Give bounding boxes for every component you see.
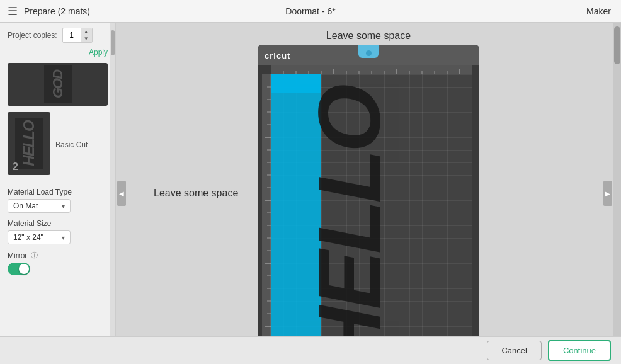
mat-thumbnail-1[interactable]: GOD — [8, 63, 108, 106]
material-size-section: Material Size 12" x 24" ▾ — [8, 219, 108, 244]
toggle-thumb — [19, 264, 29, 274]
material-load-section: Material Load Type On Mat ▾ — [8, 188, 108, 213]
sidebar-scrollbar[interactable] — [110, 23, 115, 364]
material-size-arrow-icon: ▾ — [62, 234, 65, 241]
material-load-value: On Mat — [13, 202, 38, 210]
canvas-vscroll-thumb — [614, 26, 620, 64]
space-left-label: Leave some space — [154, 188, 238, 199]
app-title: Prepare (2 mats) — [24, 6, 90, 16]
canvas-area: Leave some space Leave some space cricut — [116, 23, 621, 364]
menu-icon[interactable]: ☰ — [8, 4, 18, 18]
ruler-left — [262, 74, 271, 354]
svg-rect-17 — [262, 74, 271, 354]
material-load-label: Material Load Type — [8, 188, 108, 196]
project-copies-row: Project copies: ▲ ▼ — [8, 28, 108, 43]
copies-down-button[interactable]: ▼ — [81, 35, 92, 42]
mat2-label: Basic Cut — [55, 140, 88, 149]
mirror-label: Mirror — [8, 251, 27, 260]
hello-text: HELLO — [305, 87, 394, 354]
space-top-label: Leave some space — [326, 30, 411, 42]
mat-number-label: 2 — [13, 161, 18, 173]
canvas-nav-right-button[interactable]: ▶ — [603, 181, 612, 206]
project-copies-label: Project copies: — [8, 31, 57, 40]
ruler-left-svg — [262, 74, 271, 354]
machine-label: Maker — [586, 6, 611, 16]
canvas-nav-left-button[interactable]: ◀ — [117, 181, 126, 206]
material-load-dropdown[interactable]: On Mat ▾ — [8, 199, 71, 213]
material-size-label: Material Size — [8, 219, 108, 228]
ruler-top-svg — [271, 65, 472, 74]
main-layout: Project copies: ▲ ▼ Apply GOD — [0, 23, 621, 364]
continue-button[interactable]: Continue — [548, 340, 611, 361]
apply-button[interactable]: Apply — [8, 48, 108, 57]
ruler-top — [271, 65, 472, 74]
mat-outer: cricut — [258, 45, 479, 354]
bottom-bar: Cancel Continue — [0, 336, 621, 364]
cancel-button[interactable]: Cancel — [487, 341, 541, 360]
grid-area: HELLO — [271, 74, 472, 354]
mat-canvas-container: cricut — [258, 45, 479, 354]
project-title: Doormat - 6* — [285, 6, 335, 16]
mirror-row: Mirror ⓘ — [8, 251, 108, 260]
sidebar-scroll-thumb — [111, 30, 115, 55]
project-copies-input[interactable] — [63, 29, 81, 42]
canvas-vertical-scrollbar[interactable] — [613, 23, 621, 356]
mirror-info-icon: ⓘ — [31, 251, 38, 260]
material-size-dropdown[interactable]: 12" x 24" ▾ — [8, 230, 71, 244]
mat-thumbnail-2[interactable]: HELLO 2 — [8, 112, 50, 175]
material-load-arrow-icon: ▾ — [62, 203, 65, 210]
mirror-toggle[interactable] — [8, 263, 30, 275]
mat-clamp — [358, 45, 379, 58]
material-size-value: 12" x 24" — [13, 233, 43, 242]
copies-up-button[interactable]: ▲ — [81, 28, 92, 35]
cricut-logo: cricut — [265, 51, 290, 60]
top-bar: ☰ Prepare (2 mats) Doormat - 6* Maker — [0, 0, 621, 23]
left-sidebar: Project copies: ▲ ▼ Apply GOD — [0, 23, 116, 364]
mat-clamp-dot — [366, 50, 372, 56]
mat2-preview-text: HELLO — [21, 121, 37, 166]
cricut-bar: cricut — [258, 45, 479, 65]
mat1-preview-text: GOD — [51, 71, 65, 98]
